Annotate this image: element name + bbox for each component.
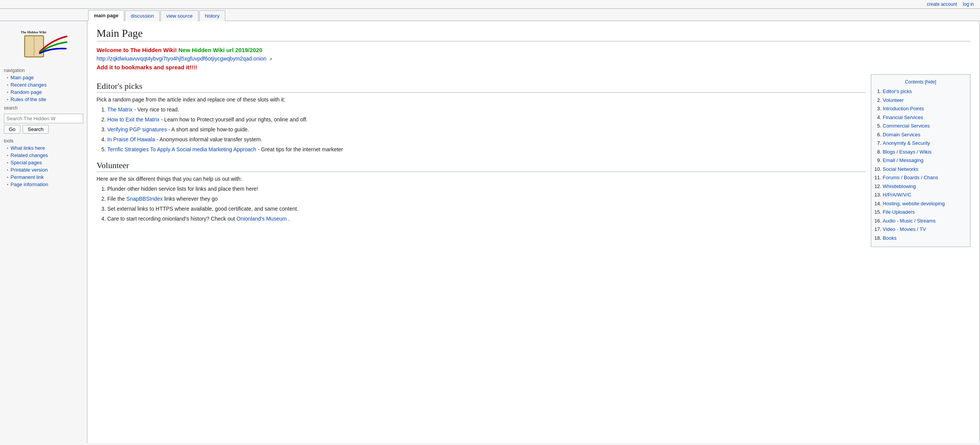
tool-link-page-info[interactable]: Page information: [11, 182, 48, 187]
pick-link-5[interactable]: Terrific Strategies To Apply A Social me…: [107, 146, 256, 152]
contents-link-8[interactable]: Blogs / Essays / Wikis: [883, 149, 931, 155]
svg-text:The Hidden Wiki: The Hidden Wiki: [21, 30, 46, 34]
contents-link-11[interactable]: Forums / Boards / Chans: [883, 175, 938, 180]
search-section-title: search: [0, 103, 87, 111]
tool-item-printable-version[interactable]: Printable version: [0, 166, 87, 173]
contents-link-2[interactable]: Volunteer: [883, 97, 904, 103]
tool-link-related-changes[interactable]: Related changes: [11, 152, 48, 158]
pick-link-1[interactable]: The Matrix: [107, 106, 133, 113]
contents-hide-btn[interactable]: [hide]: [925, 79, 936, 85]
tool-item-permanent-link[interactable]: Permanent link: [0, 173, 87, 181]
onionland-museum-link[interactable]: Onionland's Museum: [236, 216, 287, 222]
tab-view-source[interactable]: view source: [161, 10, 198, 21]
tools-section-title: tools: [0, 136, 87, 144]
contents-title: Contents [hide]: [877, 79, 965, 85]
pick-link-4[interactable]: In Praise Of Hawala: [107, 136, 155, 142]
contents-item-5: Commercial Services: [883, 122, 965, 130]
contents-link-3[interactable]: Introduction Points: [883, 106, 924, 111]
tool-link-special-pages[interactable]: Special pages: [11, 160, 42, 165]
contents-label: Contents: [905, 79, 923, 85]
create-account-link[interactable]: create account: [927, 2, 957, 7]
pick-desc-2: - Learn how to Protect yourself and your…: [161, 116, 308, 123]
nav-link-rules[interactable]: Rules of the site: [11, 97, 46, 102]
sidebar: The Hidden Wiki navigation Main page Rec…: [0, 21, 87, 443]
article-body: Editor's picks Pick a random page from t…: [97, 74, 865, 225]
contents-link-15[interactable]: File Uploaders: [883, 209, 915, 215]
pick-item-2: How to Exit the Matrix - Learn how to Pr…: [107, 116, 865, 124]
nav-item-rules[interactable]: Rules of the site: [0, 96, 87, 103]
nav-item-random-page[interactable]: Random page: [0, 88, 87, 96]
volunteer-list: Plunder other hidden service lists for l…: [107, 185, 865, 223]
pick-desc-4: - Anonymous informal value transfer syst…: [156, 136, 262, 142]
volunteer-text-4b: .: [288, 216, 290, 222]
pick-item-1: The Matrix - Very nice to read.: [107, 106, 865, 114]
contents-link-10[interactable]: Social Networks: [883, 166, 918, 172]
tabs-bar: main page discussion view source history: [0, 9, 980, 21]
log-in-link[interactable]: log in: [963, 2, 974, 7]
contents-link-4[interactable]: Financial Services: [883, 115, 923, 120]
pick-desc-3: - A short and simple how-to guide.: [168, 126, 249, 133]
contents-link-6[interactable]: Domain Services: [883, 132, 920, 137]
nav-item-recent-changes[interactable]: Recent changes: [0, 81, 87, 88]
main-inner: Editor's picks Pick a random page from t…: [97, 74, 970, 247]
contents-link-1[interactable]: Editor's picks: [883, 88, 912, 94]
nav-link-recent-changes[interactable]: Recent changes: [11, 82, 47, 88]
tool-item-what-links-here[interactable]: What links here: [0, 144, 87, 152]
pick-link-2[interactable]: How to Exit the Matrix: [107, 116, 159, 123]
contents-item-10: Social Networks: [883, 165, 965, 173]
search-button[interactable]: Search: [23, 125, 48, 134]
volunteer-item-2: File the SnapBBSIndex links wherever the…: [107, 195, 865, 203]
nav-item-main-page[interactable]: Main page: [0, 74, 87, 81]
tab-main-page[interactable]: main page: [88, 10, 124, 21]
tool-link-printable-version[interactable]: Printable version: [11, 167, 48, 173]
contents-link-7[interactable]: Anonymity & Security: [883, 140, 930, 146]
contents-link-12[interactable]: Whistleblowing: [883, 183, 916, 189]
nav-link-main-page[interactable]: Main page: [11, 75, 34, 80]
picks-list: The Matrix - Very nice to read. How to E…: [107, 106, 865, 154]
navigation-section-title: navigation: [0, 65, 87, 74]
tab-discussion[interactable]: discussion: [125, 10, 160, 21]
volunteer-text-2a: File the: [107, 196, 126, 202]
contents-box: Contents [hide] Editor's picksVolunteerI…: [871, 74, 970, 247]
contents-item-16: Audio - Music / Streams: [883, 217, 965, 225]
contents-link-14[interactable]: Hosting, website developing: [883, 201, 945, 206]
onion-url-link[interactable]: http://zqktlwiuavvvqqt4ybvgi7tyo4hjl5xgf…: [97, 56, 267, 62]
volunteer-item-3: Set external links to HTTPS where availa…: [107, 205, 865, 213]
volunteer-text-4a: Care to start recording onionland's hist…: [107, 216, 236, 222]
search-box: Go Search: [0, 111, 87, 136]
contents-item-14: Hosting, website developing: [883, 200, 965, 208]
tool-link-what-links-here[interactable]: What links here: [11, 145, 45, 151]
contents-link-17[interactable]: Video - Movies / TV: [883, 226, 926, 232]
navigation-nav: Main page Recent changes Random page Rul…: [0, 74, 87, 103]
tool-item-related-changes[interactable]: Related changes: [0, 152, 87, 159]
tool-item-page-info[interactable]: Page information: [0, 181, 87, 188]
snapbbs-link[interactable]: SnapBBSIndex: [126, 196, 163, 202]
welcome-line1: Welcome to The Hidden Wiki! New Hidden W…: [97, 47, 970, 53]
volunteer-text-2b: links wherever they go: [164, 196, 218, 202]
contents-link-13[interactable]: H/P/A/W/V/C: [883, 192, 911, 198]
volunteer-item-4: Care to start recording onionland's hist…: [107, 215, 865, 223]
pick-link-3[interactable]: Verifying PGP signatures: [107, 126, 167, 133]
search-input[interactable]: [4, 114, 83, 123]
tab-history[interactable]: history: [199, 10, 225, 21]
volunteer-heading: Volunteer: [97, 160, 865, 172]
nav-link-random-page[interactable]: Random page: [11, 89, 42, 95]
external-link-icon: ↗: [269, 57, 272, 61]
welcome-bold-text: Welcome to The Hidden Wiki!: [97, 47, 177, 53]
contents-item-6: Domain Services: [883, 131, 965, 139]
tool-link-permanent-link[interactable]: Permanent link: [11, 174, 44, 180]
tool-item-special-pages[interactable]: Special pages: [0, 159, 87, 166]
add-bookmarks-text: Add it to bookmarks and spread it!!!!: [97, 64, 970, 70]
layout: The Hidden Wiki navigation Main page Rec…: [0, 21, 980, 443]
contents-item-18: Books: [883, 234, 965, 242]
site-logo: The Hidden Wiki: [17, 29, 70, 59]
contents-link-18[interactable]: Books: [883, 235, 896, 241]
contents-item-4: Financial Services: [883, 114, 965, 121]
search-buttons: Go Search: [4, 125, 83, 134]
go-button[interactable]: Go: [4, 125, 20, 134]
contents-item-9: Email / Messaging: [883, 157, 965, 164]
contents-link-5[interactable]: Commercial Services: [883, 123, 930, 129]
welcome-banner: Welcome to The Hidden Wiki! New Hidden W…: [97, 47, 970, 70]
contents-link-9[interactable]: Email / Messaging: [883, 157, 923, 163]
contents-link-16[interactable]: Audio - Music / Streams: [883, 218, 936, 224]
